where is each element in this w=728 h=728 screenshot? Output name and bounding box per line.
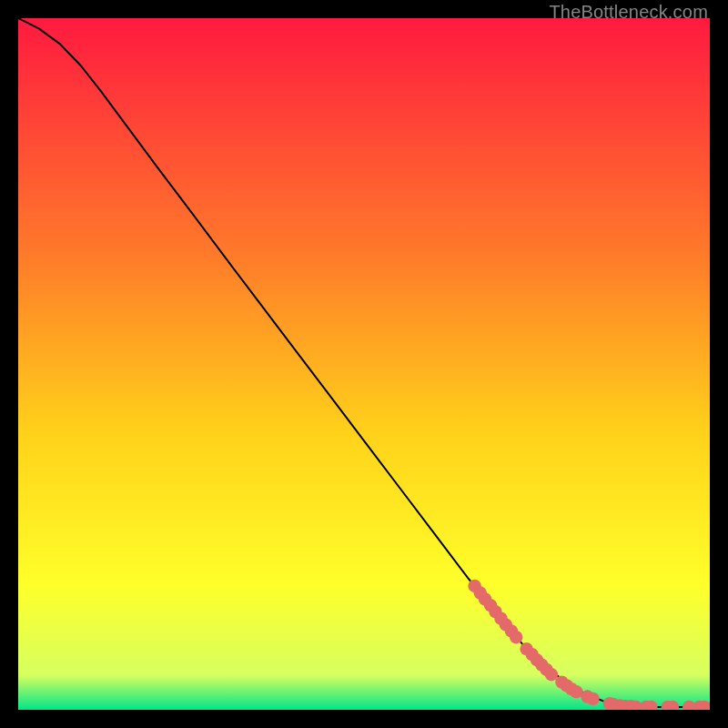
- data-marker: [586, 693, 599, 705]
- gradient-background: [18, 18, 710, 710]
- data-marker: [510, 631, 522, 643]
- chart-plot: [18, 18, 710, 710]
